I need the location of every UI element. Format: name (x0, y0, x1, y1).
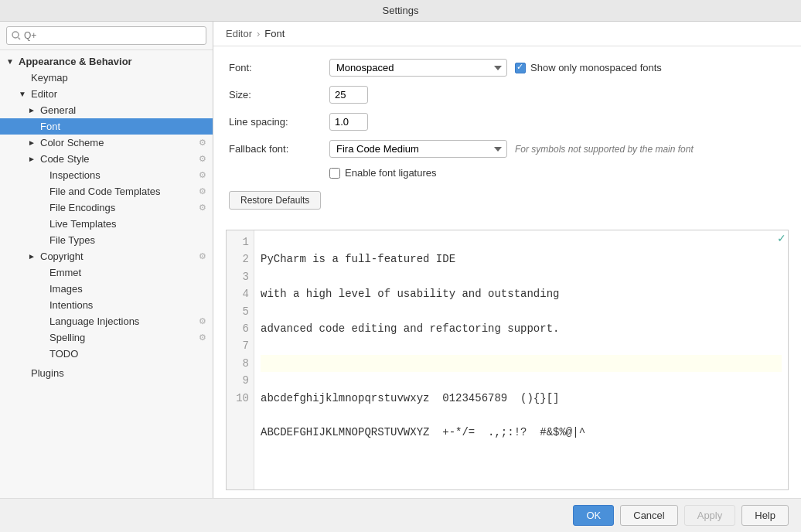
sidebar-item-filetypes[interactable]: File Types (0, 232, 213, 248)
line-num-7: 7 (231, 337, 249, 354)
line-num-6: 6 (231, 320, 249, 337)
line-num-5: 5 (231, 303, 249, 320)
sidebar-item-inspections[interactable]: Inspections ⚙ (0, 167, 213, 183)
line-num-8: 8 (231, 355, 249, 372)
footer: OK Cancel Apply Help (0, 498, 801, 532)
preview-text: PyCharm is a full-featured IDE with a hi… (254, 230, 788, 489)
line-num-10: 10 (231, 390, 249, 407)
restore-defaults-button[interactable]: Restore Defaults (229, 191, 321, 210)
settings-icon-colorscheme: ⚙ (199, 138, 206, 148)
line-num-1: 1 (231, 234, 249, 251)
fallback-hint: For symbols not supported by the main fo… (515, 144, 694, 155)
settings-icon-filecodetemplates: ⚙ (199, 186, 206, 196)
sidebar-item-label-keymap: Keymap (31, 72, 68, 84)
tree-arrow-general: ► (28, 106, 37, 114)
linespacing-input[interactable] (329, 113, 368, 131)
breadcrumb-parent: Editor (226, 28, 252, 39)
line-num-9: 9 (231, 372, 249, 389)
show-monospaced-text: Show only monospaced fonts (530, 62, 662, 73)
tree-arrow-copyright: ► (28, 252, 37, 261)
ligatures-label[interactable]: Enable font ligatures (329, 167, 437, 179)
help-button[interactable]: Help (741, 505, 789, 526)
font-row: Font: Monospaced Fira Code Consolas Deja… (229, 59, 786, 77)
preview-line-2: with a high level of usability and outst… (261, 285, 782, 302)
sidebar-item-appearance[interactable]: ▼ Appearance & Behavior (0, 53, 213, 70)
sidebar-item-copyright[interactable]: ► Copyright ⚙ (0, 248, 213, 264)
linespacing-label: Line spacing: (229, 116, 329, 128)
sidebar-item-label-editor: Editor (31, 88, 57, 100)
sidebar-item-label-codestyle: Code Style (40, 153, 90, 165)
settings-icon-spelling: ⚙ (199, 332, 206, 343)
ligatures-text: Enable font ligatures (345, 167, 437, 179)
tree-arrow-colorscheme: ► (28, 138, 37, 147)
sidebar-item-colorscheme[interactable]: ► Color Scheme ⚙ (0, 135, 213, 151)
sidebar-item-livetemplates[interactable]: Live Templates (0, 216, 213, 232)
breadcrumb-current: Font (264, 28, 285, 39)
content-area: Editor › Font Font: Monospaced Fira Code… (213, 22, 801, 498)
size-row: Size: (229, 86, 786, 104)
sidebar-item-label-copyright: Copyright (40, 251, 84, 262)
sidebar-item-label-images: Images (49, 283, 83, 295)
fallback-control: Fira Code Medium Monospaced Consolas For… (329, 140, 694, 158)
ok-button[interactable]: OK (573, 505, 614, 526)
linespacing-control (329, 113, 368, 131)
sidebar-item-filecodetemplates[interactable]: File and Code Templates ⚙ (0, 183, 213, 200)
preview-line-5: abcdefghijklmnopqrstuvwxyz 0123456789 ()… (261, 390, 782, 407)
window-title: Settings (383, 5, 419, 16)
sidebar-item-codestyle[interactable]: ► Code Style ⚙ (0, 151, 213, 167)
ligatures-checkbox[interactable] (329, 168, 340, 179)
settings-icon-codestyle: ⚙ (199, 154, 206, 164)
sidebar-item-label-font: Font (40, 121, 60, 132)
show-monospaced-label[interactable]: Show only monospaced fonts (515, 62, 662, 73)
preview-line-7 (261, 459, 782, 476)
sidebar-item-images[interactable]: Images (0, 281, 213, 297)
apply-button[interactable]: Apply (684, 505, 736, 526)
sidebar-item-label-livetemplates: Live Templates (49, 218, 116, 230)
line-num-2: 2 (231, 251, 249, 268)
sidebar-item-label-appearance: Appearance & Behavior (19, 56, 132, 67)
sidebar-item-label-languageinjections: Language Injections (49, 315, 139, 327)
preview-line-6: ABCDEFGHIJKLMNOPQRSTUVWXYZ +-*/= .,;:!? … (261, 424, 782, 441)
sidebar-item-plugins[interactable]: Plugins (0, 365, 213, 381)
preview-container: 1 2 3 4 5 6 7 8 9 10 PyCharm is a full-f… (226, 230, 789, 490)
show-monospaced-checkbox[interactable] (515, 63, 526, 73)
fallback-row: Fallback font: Fira Code Medium Monospac… (229, 140, 786, 158)
sidebar-item-languageinjections[interactable]: Language Injections ⚙ (0, 313, 213, 329)
preview-inner: 1 2 3 4 5 6 7 8 9 10 PyCharm is a full-f… (227, 230, 788, 489)
sidebar-item-label-inspections: Inspections (49, 169, 101, 181)
preview-line-1: PyCharm is a full-featured IDE (261, 251, 782, 268)
sidebar-item-spelling[interactable]: Spelling ⚙ (0, 329, 213, 346)
sidebar-item-label-emmet: Emmet (49, 267, 81, 278)
cancel-button[interactable]: Cancel (620, 505, 677, 526)
settings-icon-fileencodings: ⚙ (199, 203, 206, 213)
form-area: Font: Monospaced Fira Code Consolas Deja… (213, 46, 801, 230)
sidebar-item-todo[interactable]: TODO (0, 346, 213, 362)
search-box[interactable] (0, 22, 213, 50)
sidebar-item-label-filetypes: File Types (49, 234, 95, 246)
sidebar: ▼ Appearance & Behavior Keymap ▼ Editor … (0, 22, 213, 498)
sidebar-item-font[interactable]: Font (0, 118, 213, 135)
size-control (329, 86, 368, 104)
sidebar-item-fileencodings[interactable]: File Encodings ⚙ (0, 200, 213, 216)
settings-icon-copyright: ⚙ (199, 251, 206, 261)
fallback-label: Fallback font: (229, 143, 329, 155)
sidebar-item-general[interactable]: ► General (0, 102, 213, 118)
font-label: Font: (229, 62, 329, 73)
linespacing-row: Line spacing: (229, 113, 786, 131)
search-input[interactable] (6, 26, 206, 45)
sidebar-item-keymap[interactable]: Keymap (0, 70, 213, 86)
font-dropdown[interactable]: Monospaced Fira Code Consolas DejaVu San… (329, 59, 507, 77)
tree-arrow-appearance: ▼ (6, 57, 15, 66)
sidebar-item-label-fileencodings: File Encodings (49, 202, 115, 213)
tree-arrow-codestyle: ► (28, 155, 37, 163)
sidebar-item-emmet[interactable]: Emmet (0, 264, 213, 281)
sidebar-item-label-intentions: Intentions (49, 299, 93, 311)
breadcrumb: Editor › Font (213, 22, 801, 46)
size-input[interactable] (329, 86, 368, 104)
checkmark-indicator: ✓ (777, 232, 786, 244)
fallback-dropdown[interactable]: Fira Code Medium Monospaced Consolas (329, 140, 507, 158)
sidebar-item-editor[interactable]: ▼ Editor (0, 86, 213, 102)
sidebar-item-label-plugins: Plugins (31, 367, 64, 379)
sidebar-item-label-todo: TODO (49, 348, 78, 360)
sidebar-item-intentions[interactable]: Intentions (0, 297, 213, 313)
